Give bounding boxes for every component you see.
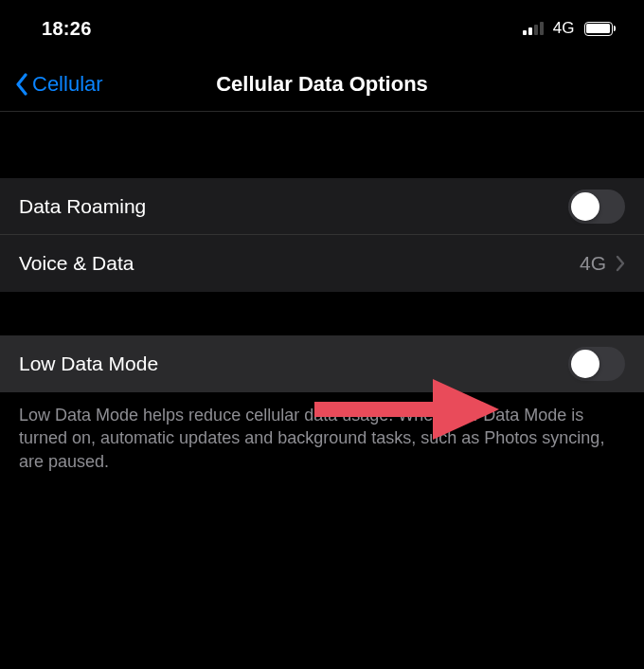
chevron-right-icon: [616, 255, 625, 272]
row-label: Voice & Data: [19, 252, 134, 275]
settings-group-1: Data Roaming Voice & Data 4G: [0, 178, 644, 292]
network-type: 4G: [553, 19, 575, 38]
back-button[interactable]: Cellular: [15, 72, 103, 97]
status-bar: 18:26 4G: [0, 0, 644, 57]
chevron-left-icon: [15, 73, 28, 96]
status-indicators: 4G: [523, 19, 616, 38]
data-roaming-row[interactable]: Data Roaming: [0, 178, 644, 235]
row-value: 4G: [580, 252, 606, 275]
battery-icon: [584, 22, 617, 36]
row-label: Data Roaming: [19, 195, 146, 218]
settings-group-2: Low Data Mode: [0, 335, 644, 392]
toggle-knob: [571, 192, 599, 221]
navigation-bar: Cellular Cellular Data Options: [0, 57, 644, 112]
back-label: Cellular: [32, 72, 103, 97]
toggle-knob: [571, 350, 599, 378]
cellular-signal-icon: [523, 22, 544, 35]
spacer: [0, 112, 644, 178]
low-data-mode-row[interactable]: Low Data Mode: [0, 335, 644, 392]
row-label: Low Data Mode: [19, 353, 158, 375]
low-data-mode-toggle[interactable]: [568, 347, 625, 381]
status-time: 18:26: [42, 18, 92, 40]
voice-and-data-row[interactable]: Voice & Data 4G: [0, 235, 644, 292]
spacer: [0, 292, 644, 335]
group-footer-text: Low Data Mode helps reduce cellular data…: [0, 392, 644, 484]
page-title: Cellular Data Options: [216, 72, 428, 97]
row-value-container: 4G: [580, 252, 625, 275]
data-roaming-toggle[interactable]: [568, 190, 625, 224]
